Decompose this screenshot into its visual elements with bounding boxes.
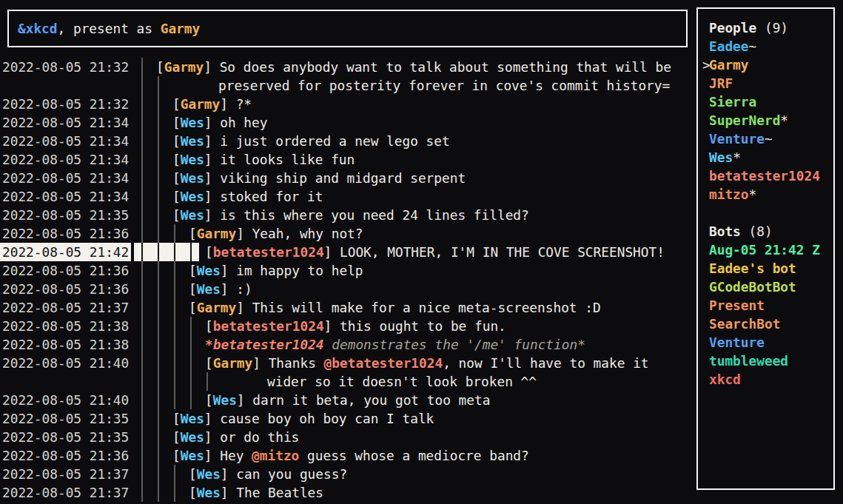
message-text: [: [189, 263, 197, 278]
bot-name: GCodeBotBot: [709, 279, 796, 295]
message-text: ] Yeah, why not?: [236, 226, 363, 241]
chat-row[interactable]: 2022-08-05 21:34[Wes] it looks like fun: [0, 150, 696, 169]
chat-row-continuation[interactable]: wider so it doesn't look broken ^^: [0, 372, 696, 391]
thread-line: [150, 391, 167, 409]
bot-item[interactable]: Venture: [709, 333, 833, 352]
person-item[interactable]: SuperNerd*: [709, 111, 833, 130]
person-name: betatester1024: [709, 168, 820, 184]
person-item[interactable]: Sierra: [709, 93, 833, 111]
chat-row[interactable]: 2022-08-05 21:34[Wes] oh hey: [0, 113, 696, 132]
message: [Garmy] This will make for a nice meta-s…: [189, 298, 601, 317]
message: wider so it doesn't look broken ^^: [221, 372, 537, 391]
chat-row[interactable]: 2022-08-05 21:38*betatester1024 demonstr…: [0, 335, 696, 354]
thread-line: [183, 243, 199, 261]
message-text: ] LOOK, MOTHER, I'M IN THE COVE SCREENSH…: [324, 244, 665, 260]
timestamp: 2022-08-05 21:34: [0, 150, 131, 169]
message-text: ] is this where you need 24 lines filled…: [204, 207, 529, 223]
chat-row[interactable]: 2022-08-05 21:38[betatester1024] this ou…: [0, 317, 696, 335]
thread-separator-line: [134, 224, 150, 243]
person-item[interactable]: JRF: [709, 74, 833, 93]
chat-row[interactable]: 2022-08-05 21:34[Wes] viking ship and mi…: [0, 169, 696, 187]
person-item[interactable]: >Garmy: [709, 56, 833, 74]
chat-row[interactable]: 2022-08-05 21:37[Garmy] This will make f…: [0, 298, 696, 317]
message: *betatester1024 demonstrates the '/me' f…: [205, 335, 585, 354]
person-item[interactable]: Wes*: [709, 148, 833, 167]
bot-item[interactable]: GCodeBotBot: [709, 278, 833, 296]
message-text: [: [205, 392, 213, 408]
thread-separator-line: [134, 317, 150, 335]
status-suffix: *: [749, 187, 757, 202]
bot-item[interactable]: Aug-05 21:42 Z: [709, 241, 833, 259]
chat-row[interactable]: 2022-08-05 21:40[Wes] darn it beta, you …: [0, 391, 696, 409]
chat-row[interactable]: 2022-08-05 21:37[Wes] The Beatles: [0, 483, 696, 502]
message-text: [: [205, 244, 213, 260]
thread-line: [150, 150, 167, 169]
chat-row[interactable]: 2022-08-05 21:35[Wes] cause boy oh boy c…: [0, 409, 696, 428]
chat-row[interactable]: 2022-08-05 21:32[Garmy] So does anybody …: [0, 58, 696, 76]
timestamp: 2022-08-05 21:32: [0, 58, 131, 76]
thread-separator-line: [134, 372, 150, 391]
nick: Wes: [181, 133, 204, 149]
chat-row[interactable]: 2022-08-05 21:42[betatester1024] LOOK, M…: [0, 243, 696, 261]
thread-line: [150, 113, 167, 132]
chat-row[interactable]: 2022-08-05 21:32[Garmy] ?*: [0, 95, 696, 113]
indent-pad: [199, 243, 205, 261]
people-label: People: [709, 20, 756, 36]
indent-pad: [167, 446, 172, 465]
bot-item[interactable]: tumbleweed: [709, 352, 833, 370]
chat-row[interactable]: 2022-08-05 21:34[Wes] i just ordered a n…: [0, 132, 696, 150]
message-text: ] or do this: [204, 429, 299, 445]
person-item[interactable]: Venture~: [709, 130, 833, 148]
thread-separator-line: [134, 391, 150, 409]
message-text: ] can you guess?: [221, 466, 347, 482]
timestamp: 2022-08-05 21:37: [0, 483, 131, 502]
nick: Garmy: [197, 226, 237, 241]
indent-pad: [183, 465, 189, 483]
message: [Garmy] ?*: [172, 95, 252, 113]
chat-row[interactable]: 2022-08-05 21:36[Garmy] Yeah, why not?: [0, 224, 696, 243]
chat-row[interactable]: 2022-08-05 21:34[Wes] stoked for it: [0, 187, 696, 206]
chat-row[interactable]: 2022-08-05 21:36[Wes] Hey @mitzo guess w…: [0, 446, 696, 465]
timestamp: 2022-08-05 21:36: [0, 446, 131, 465]
person-item[interactable]: Eadee~: [709, 37, 833, 56]
message-text: [: [172, 133, 181, 149]
chat-row-continuation[interactable]: preserved for posterity forever in cove'…: [0, 76, 696, 95]
nick: Wes: [181, 170, 204, 186]
action-text: demonstrates the '/me' function*: [324, 337, 585, 352]
chat-row[interactable]: 2022-08-05 21:40[Garmy] Thanks @betatest…: [0, 354, 696, 372]
chat-row[interactable]: 2022-08-05 21:36[Wes] :): [0, 280, 696, 298]
message: [Wes] The Beatles: [189, 483, 323, 502]
timestamp: 2022-08-05 21:34: [0, 187, 131, 206]
roster-spacer: [709, 204, 833, 222]
person-name: Venture: [709, 131, 765, 147]
message-text: ] i just ordered a new lego set: [204, 133, 450, 149]
bots-label: Bots: [709, 224, 741, 239]
status-suffix: *: [733, 149, 741, 165]
timestamp: 2022-08-05 21:37: [0, 465, 131, 483]
chat-row[interactable]: 2022-08-05 21:35[Wes] or do this: [0, 428, 696, 446]
indent-pad: [183, 280, 189, 298]
bot-item[interactable]: SearchBot: [709, 315, 833, 333]
chat-row[interactable]: 2022-08-05 21:36[Wes] im happy to help: [0, 261, 696, 280]
message-text: [: [172, 411, 181, 426]
person-item[interactable]: mitzo*: [709, 185, 833, 204]
bot-name: Eadee's bot: [709, 261, 796, 276]
thread-line: [167, 298, 183, 317]
indent-pad: [183, 224, 189, 243]
bot-item[interactable]: xkcd: [709, 370, 833, 389]
bot-name: Present: [709, 298, 765, 313]
message: [Wes] cause boy oh boy can I talk: [172, 409, 434, 428]
timestamp: 2022-08-05 21:34: [0, 113, 131, 132]
chat-row[interactable]: 2022-08-05 21:35[Wes] is this where you …: [0, 206, 696, 224]
message-text: [: [189, 226, 197, 241]
nick: betatester1024: [213, 244, 324, 260]
indent-pad: [199, 354, 205, 372]
indent-pad: [167, 206, 172, 224]
thread-line: [150, 224, 167, 243]
person-item[interactable]: betatester1024: [709, 167, 833, 185]
bot-item[interactable]: Eadee's bot: [709, 259, 833, 278]
chat-row[interactable]: 2022-08-05 21:37[Wes] can you guess?: [0, 465, 696, 483]
message-text: [: [172, 448, 181, 463]
bot-item[interactable]: Present: [709, 296, 833, 315]
nick: Garmy: [213, 355, 253, 371]
